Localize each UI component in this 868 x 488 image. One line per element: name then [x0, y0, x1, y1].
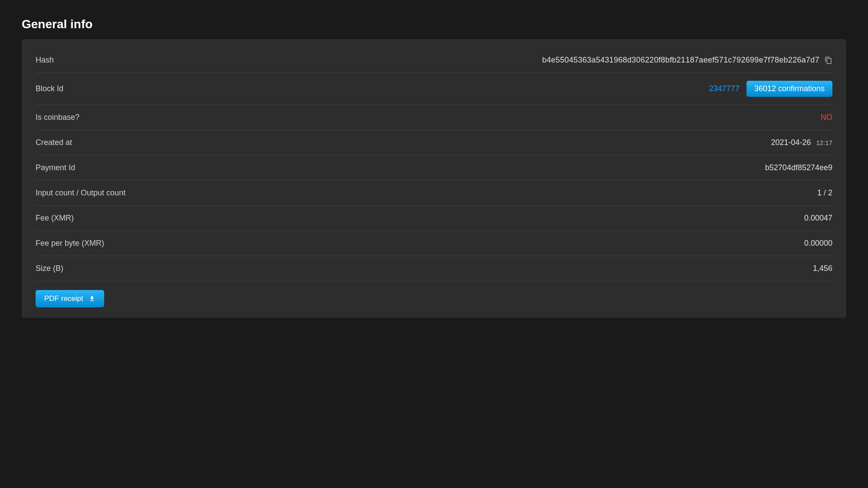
- coinbase-value: NO: [821, 113, 832, 122]
- pdf-receipt-label: PDF receipt: [44, 294, 83, 303]
- fee-per-byte-label: Fee per byte (XMR): [36, 239, 104, 248]
- hash-value: b4e55045363a5431968d306220f8bfb21187aeef…: [542, 56, 819, 65]
- created-at-label: Created at: [36, 138, 72, 147]
- payment-id-value: b52704df85274ee9: [765, 163, 832, 172]
- io-count-row: Input count / Output count 1 / 2: [36, 181, 832, 206]
- general-info-card: Hash b4e55045363a5431968d306220f8bfb2118…: [22, 39, 846, 318]
- fee-per-byte-row: Fee per byte (XMR) 0.00000: [36, 231, 832, 256]
- coinbase-label: Is coinbase?: [36, 113, 79, 122]
- size-value: 1,456: [813, 264, 832, 273]
- payment-id-row: Payment Id b52704df85274ee9: [36, 155, 832, 181]
- io-count-label: Input count / Output count: [36, 188, 125, 198]
- hash-row: Hash b4e55045363a5431968d306220f8bfb2118…: [36, 48, 832, 73]
- size-label: Size (B): [36, 264, 63, 273]
- download-icon: [89, 295, 95, 302]
- section-title: General info: [22, 17, 846, 31]
- size-row: Size (B) 1,456: [36, 256, 832, 281]
- fee-value: 0.00047: [804, 214, 832, 223]
- io-count-value: 1 / 2: [817, 188, 832, 198]
- pdf-receipt-button[interactable]: PDF receipt: [36, 290, 104, 307]
- coinbase-row: Is coinbase? NO: [36, 105, 832, 130]
- confirmations-badge: 36012 confirmations: [746, 81, 832, 97]
- created-at-value: 2021-04-26 12:17: [771, 138, 832, 147]
- block-id-value-container: 2347777 36012 confirmations: [709, 81, 832, 97]
- hash-value-container: b4e55045363a5431968d306220f8bfb21187aeef…: [542, 56, 832, 65]
- fee-label: Fee (XMR): [36, 214, 74, 223]
- created-at-date: 2021-04-26: [771, 138, 811, 147]
- block-id-label: Block Id: [36, 84, 63, 93]
- fee-row: Fee (XMR) 0.00047: [36, 206, 832, 231]
- copy-icon[interactable]: [825, 56, 832, 65]
- created-at-row: Created at 2021-04-26 12:17: [36, 130, 832, 155]
- fee-per-byte-value: 0.00000: [804, 239, 832, 248]
- hash-label: Hash: [36, 56, 54, 65]
- created-at-time: 12:17: [816, 139, 832, 146]
- block-id-link[interactable]: 2347777: [709, 84, 740, 93]
- block-id-row: Block Id 2347777 36012 confirmations: [36, 73, 832, 105]
- payment-id-label: Payment Id: [36, 163, 75, 172]
